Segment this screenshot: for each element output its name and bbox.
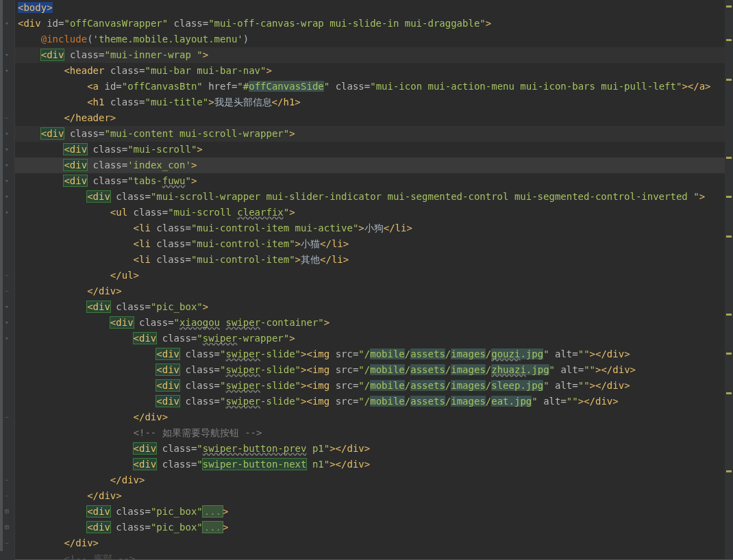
code-line[interactable]: </header> — [15, 110, 733, 126]
preview-warning-mark[interactable] — [726, 392, 732, 394]
fold-toggle-icon[interactable] — [3, 303, 11, 311]
code-token: " — [532, 396, 543, 407]
preview-scrollbar[interactable] — [725, 0, 733, 560]
code-line[interactable]: <div class="swiper-wrapper"> — [15, 331, 733, 346]
code-line[interactable]: <div class="mui-content mui-scroll-wrapp… — [15, 126, 733, 142]
code-token: <div — [87, 506, 110, 517]
fold-toggle-icon[interactable] — [3, 318, 11, 327]
code-token: class= — [110, 97, 145, 107]
code-line[interactable]: <h1 class="mui-title">我是头部信息</h1> — [15, 94, 733, 110]
code-line[interactable]: </div> — [15, 472, 733, 488]
preview-warning-mark[interactable] — [726, 5, 732, 8]
code-line[interactable]: <div class="swiper-button-prev p1"></div… — [15, 441, 733, 457]
fold-toggle-icon[interactable] — [3, 208, 11, 216]
fold-toggle-icon[interactable] — [3, 271, 11, 279]
code-line[interactable]: <a id="offCanvasBtn" href="#offCanvasSid… — [15, 79, 733, 94]
code-token: <body> — [18, 2, 53, 13]
fold-toggle-icon[interactable] — [3, 66, 11, 75]
code-token: alt= — [555, 348, 578, 359]
code-line[interactable]: <div class="xiaogou swiper-container"> — [15, 315, 733, 331]
code-token: "/ — [358, 348, 370, 359]
code-token: / — [405, 380, 410, 391]
code-line[interactable]: <body> — [15, 0, 733, 16]
code-token: 其他 — [301, 254, 320, 265]
fold-toggle-icon[interactable] — [3, 129, 11, 138]
fold-toggle-icon[interactable] — [3, 51, 11, 59]
code-token: mobile — [370, 380, 405, 391]
editor-code-area[interactable]: <body><div id="offCanvasWrapper" class="… — [15, 0, 733, 560]
code-line[interactable]: </div> — [15, 283, 733, 299]
fold-toggle-icon[interactable] — [3, 413, 11, 421]
code-line[interactable]: <div class="pic_box"...> — [15, 504, 733, 520]
fold-toggle-icon[interactable] — [3, 523, 11, 531]
code-line[interactable]: <header class="mui-bar mui-bar-nav"> — [15, 63, 733, 79]
code-line[interactable]: <ul class="mui-scroll clearfix"> — [15, 205, 733, 220]
code-token: n1" — [306, 459, 330, 470]
fold-toggle-icon[interactable] — [3, 492, 11, 500]
preview-warning-mark[interactable] — [726, 157, 732, 159]
preview-warning-mark[interactable] — [726, 196, 732, 198]
code-token: </div> — [64, 537, 99, 548]
code-token: ></div> — [595, 364, 636, 375]
code-line[interactable]: </div> — [15, 488, 733, 504]
code-token: / — [486, 380, 491, 391]
code-token — [64, 49, 69, 60]
preview-warning-mark[interactable] — [726, 314, 732, 316]
code-line[interactable]: <div id="offCanvasWrapper" class="mui-of… — [15, 16, 733, 31]
code-line[interactable]: <div class="swiper-button-next n1"></div… — [15, 457, 733, 472]
code-line[interactable]: <div class="swiper-slide"><img src="/mob… — [15, 346, 733, 362]
code-line[interactable]: <div class='index_con'> — [15, 157, 733, 173]
code-token: </h1> — [272, 97, 301, 107]
preview-warning-mark[interactable] — [726, 79, 732, 81]
code-token: / — [486, 348, 491, 359]
code-token — [134, 317, 139, 328]
code-token: src= — [336, 364, 359, 375]
code-line[interactable]: <li class="mui-control-item">小猫</li> — [15, 236, 733, 252]
preview-warning-mark[interactable] — [726, 39, 732, 41]
code-line[interactable]: <div class="swiper-slide"><img src="/mob… — [15, 378, 733, 394]
fold-toggle-icon[interactable] — [3, 19, 11, 27]
code-line[interactable]: <div class="mui-scroll-wrapper mui-slide… — [15, 189, 733, 205]
code-token: "mui-control-item mui-active" — [191, 222, 358, 233]
code-line[interactable]: <li class="mui-control-item">其他</li> — [15, 252, 733, 268]
code-token: " — [549, 364, 561, 375]
code-line[interactable]: <div class="mui-scroll"> — [15, 142, 733, 157]
editor-gutter[interactable] — [0, 0, 15, 560]
fold-toggle-icon[interactable] — [3, 476, 11, 484]
code-line[interactable]: @include('theme.mobile.layout.menu') — [15, 31, 733, 47]
fold-toggle-icon[interactable] — [3, 161, 11, 169]
code-token: ) — [243, 34, 249, 44]
code-line[interactable]: <div class="pic_box"...> — [15, 520, 733, 535]
code-token: <div — [41, 49, 64, 60]
code-token: "tabs- — [127, 175, 162, 186]
code-token: swiper — [225, 364, 260, 375]
code-token: "# — [237, 81, 249, 92]
code-line[interactable]: <li class="mui-control-item mui-active">… — [15, 220, 733, 236]
code-token: <a — [87, 81, 104, 92]
code-line[interactable]: </ul> — [15, 268, 733, 283]
fold-toggle-icon[interactable] — [3, 539, 11, 547]
preview-warning-mark[interactable] — [726, 353, 732, 355]
preview-warning-mark[interactable] — [726, 470, 732, 472]
fold-toggle-icon[interactable] — [3, 192, 11, 201]
code-token: <div — [156, 396, 179, 407]
code-line[interactable]: <div class="swiper-slide"><img src="/mob… — [15, 394, 733, 409]
code-line[interactable]: </div> — [15, 535, 733, 551]
code-token: zhuazi — [491, 364, 526, 375]
fold-toggle-icon[interactable] — [3, 507, 11, 516]
code-line[interactable]: <div class="pic_box"> — [15, 299, 733, 315]
code-line[interactable]: <div class="swiper-slide"><img src="/mob… — [15, 362, 733, 378]
code-token: class= — [336, 81, 371, 92]
code-line[interactable]: <!-- 如果需要导航按钮 --> — [15, 425, 733, 441]
code-line[interactable]: </div> — [15, 409, 733, 425]
fold-toggle-icon[interactable] — [3, 334, 11, 342]
fold-toggle-icon[interactable] — [3, 287, 11, 295]
fold-toggle-icon[interactable] — [3, 114, 11, 122]
preview-warning-mark[interactable] — [726, 236, 732, 238]
code-token: xiaogou — [179, 317, 220, 328]
code-token: ></div> — [590, 380, 630, 391]
code-line[interactable]: <div class="mui-inner-wrap "> — [15, 47, 733, 63]
code-line[interactable]: <div class="tabs-fuwu"> — [15, 173, 733, 189]
fold-toggle-icon[interactable] — [3, 145, 11, 153]
fold-toggle-icon[interactable] — [3, 177, 11, 185]
